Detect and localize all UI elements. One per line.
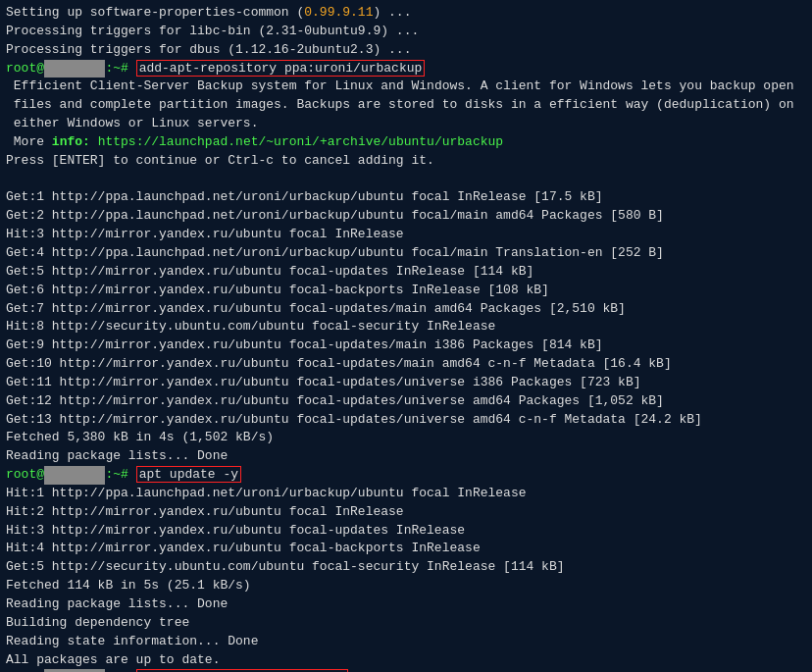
terminal: Setting up software-properties-common (0…	[0, 0, 812, 672]
terminal-line: either Windows or Linux servers.	[6, 115, 806, 133]
terminal-line: Get:4 http://ppa.launchpad.net/uroni/urb…	[6, 244, 806, 263]
prompt-sep: :~#	[105, 467, 135, 482]
terminal-line: Reading state information... Done	[6, 633, 806, 651]
terminal-line: Efficient Client-Server Backup system fo…	[6, 78, 806, 96]
terminal-line: Get:2 http://ppa.launchpad.net/uroni/urb…	[6, 207, 806, 226]
terminal-line: Fetched 5,380 kB in 4s (1,502 kB/s)	[6, 429, 806, 447]
terminal-line: Get:13 http://mirror.yandex.ru/ubuntu fo…	[6, 411, 806, 430]
terminal-line: Hit:2 http://mirror.yandex.ru/ubuntu foc…	[6, 503, 806, 522]
terminal-line: Get:9 http://mirror.yandex.ru/ubuntu foc…	[6, 336, 806, 355]
terminal-line: Get:1 http://ppa.launchpad.net/uroni/urb…	[6, 188, 806, 207]
terminal-line: Fetched 114 kB in 5s (25.1 kB/s)	[6, 577, 806, 595]
terminal-line: root@ :~# apt update -y	[6, 466, 806, 485]
terminal-line: Building dependency tree	[6, 614, 806, 633]
terminal-line: Get:6 http://mirror.yandex.ru/ubuntu foc…	[6, 282, 806, 300]
terminal-line: Get:10 http://mirror.yandex.ru/ubuntu fo…	[6, 355, 806, 374]
terminal-line: Get:5 http://mirror.yandex.ru/ubuntu foc…	[6, 263, 806, 282]
terminal-line: All packages are up to date.	[6, 651, 806, 670]
command-highlighted: apt update -y	[136, 466, 241, 483]
terminal-line: Get:12 http://mirror.yandex.ru/ubuntu fo…	[6, 392, 806, 411]
prompt-user: root@	[6, 467, 44, 482]
terminal-line: Get:11 http://mirror.yandex.ru/ubuntu fo…	[6, 374, 806, 392]
terminal-line: Hit:4 http://mirror.yandex.ru/ubuntu foc…	[6, 540, 806, 558]
terminal-line: Processing triggers for dbus (1.12.16-2u…	[6, 41, 806, 60]
terminal-line: files and complete partition images. Bac…	[6, 96, 806, 115]
prompt-user: root@	[6, 61, 44, 76]
terminal-line: Hit:1 http://ppa.launchpad.net/uroni/urb…	[6, 485, 806, 503]
terminal-line: Processing triggers for libc-bin (2.31-0…	[6, 23, 806, 41]
hostname-redacted	[44, 466, 105, 485]
terminal-line: Hit:8 http://security.ubuntu.com/ubuntu …	[6, 318, 806, 336]
terminal-line: Press [ENTER] to continue or Ctrl-c to c…	[6, 152, 806, 171]
terminal-line: root@ :~# add-apt-repository ppa:uroni/u…	[6, 60, 806, 78]
terminal-line: Reading package lists... Done	[6, 595, 806, 614]
command-highlighted: add-apt-repository ppa:uroni/urbackup	[136, 60, 426, 77]
terminal-line	[6, 171, 806, 189]
terminal-line: More info: https://launchpad.net/~uroni/…	[6, 133, 806, 152]
terminal-line: Reading package lists... Done	[6, 447, 806, 466]
terminal-line: Setting up software-properties-common (0…	[6, 4, 806, 23]
terminal-line: Hit:3 http://mirror.yandex.ru/ubuntu foc…	[6, 226, 806, 244]
hostname-redacted	[44, 60, 105, 78]
terminal-line: Hit:3 http://mirror.yandex.ru/ubuntu foc…	[6, 522, 806, 541]
terminal-line: Get:5 http://security.ubuntu.com/ubuntu …	[6, 558, 806, 577]
prompt-sep: :~#	[105, 61, 135, 76]
terminal-line: Get:7 http://mirror.yandex.ru/ubuntu foc…	[6, 300, 806, 319]
